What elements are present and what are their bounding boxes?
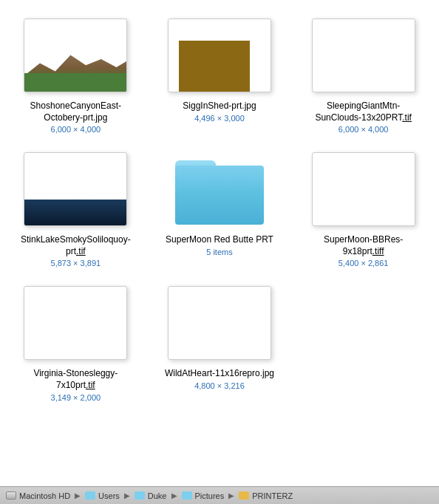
image-thumb [24,286,127,360]
file-dimensions: 4,496 × 3,000 [194,114,245,123]
file-dimensions: 6,000 × 4,000 [338,125,389,134]
file-browser: ShoshoneCanyonEast-Octobery-prt.jpg6,000… [0,0,439,504]
printer-icon [239,491,249,500]
breadcrumb-label: Users [98,491,120,500]
image-thumb [24,152,127,226]
file-grid: ShoshoneCanyonEast-Octobery-prt.jpg6,000… [7,15,432,402]
status-bar: Macintosh HD▶Users▶Duke▶Pictures▶PRINTER… [0,486,439,504]
file-name: SleepingGiantMtn-SunClouds-13x20PRT.tif [308,101,419,123]
hd-icon [6,491,16,500]
thumb-wrap [308,149,419,230]
breadcrumb-separator: ▶ [228,491,234,500]
content-area: ShoshoneCanyonEast-Octobery-prt.jpg6,000… [0,0,439,486]
image-thumb [24,18,127,92]
image-thumb [168,18,271,92]
file-item-shoshone[interactable]: ShoshoneCanyonEast-Octobery-prt.jpg6,000… [7,15,144,134]
thumb-wrap [164,149,275,230]
file-item-virginia[interactable]: Virginia-Stonesleggy-7x10prt.tif3,149 × … [7,282,144,401]
folder-body [175,166,264,225]
breadcrumb-label: PRINTERZ [252,491,293,500]
file-item-siggin[interactable]: SiggInShed-prt.jpg4,496 × 3,000 [152,15,288,134]
thumb-wrap [164,15,275,96]
file-item-supermoon-black[interactable]: SuperMoon-BBRes-9x18prt.tiff5,400 × 2,86… [295,149,432,268]
thumb-wrap [20,282,131,364]
file-name: ShoshoneCanyonEast-Octobery-prt.jpg [20,101,131,123]
file-item-supermoon-folder[interactable]: SuperMoon Red Butte PRT5 items [152,149,288,268]
image-thumb [312,152,415,226]
thumb-wrap [308,15,419,96]
file-item-wildheart[interactable]: WildAtHeart-11x16repro.jpg4,800 × 3,216 [152,282,288,401]
image-thumb [168,286,271,360]
breadcrumb-label: Macintosh HD [19,491,70,500]
thumb-wrap [164,282,275,364]
file-dimensions: 5,400 × 2,861 [338,259,389,268]
file-dimensions: 5 items [206,248,232,256]
file-dimensions: 3,149 × 2,000 [51,393,101,402]
breadcrumb-separator: ▶ [171,491,177,500]
file-dimensions: 4,800 × 3,216 [194,381,245,390]
breadcrumb-label: Pictures [195,491,225,500]
thumb-wrap [20,15,131,96]
breadcrumb-separator: ▶ [75,491,81,500]
folder-icon [85,491,95,500]
file-name: SuperMoon-BBRes-9x18prt.tiff [308,234,419,257]
file-item-sleeping[interactable]: SleepingGiantMtn-SunClouds-13x20PRT.tif6… [295,15,432,134]
file-name: SiggInShed-prt.jpg [183,101,256,112]
folder-icon [175,154,264,225]
folder-icon [182,491,192,500]
file-item-stinklake[interactable]: StinkLakeSmokySoliloquoy-prt.tif5,873 × … [7,149,144,268]
breadcrumb-separator: ▶ [124,491,130,500]
file-name: StinkLakeSmokySoliloquoy-prt.tif [20,234,131,257]
file-name: WildAtHeart-11x16repro.jpg [165,368,274,380]
folder-thumb [168,152,271,226]
folder-icon [135,491,145,500]
file-dimensions: 6,000 × 4,000 [51,125,101,134]
thumb-wrap [20,149,131,230]
file-name: Virginia-Stonesleggy-7x10prt.tif [20,368,131,391]
image-thumb [312,18,415,92]
file-name: SuperMoon Red Butte PRT [166,234,273,246]
breadcrumb-label: Duke [148,491,167,500]
file-dimensions: 5,873 × 3,891 [51,259,101,268]
